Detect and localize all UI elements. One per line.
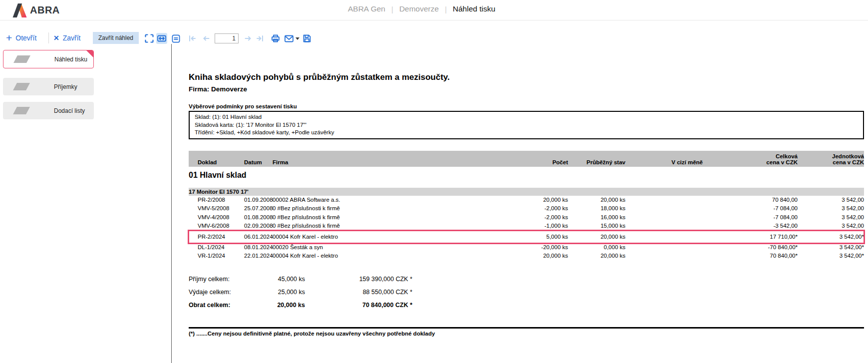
close-preview-button[interactable]: Zavřít náhled bbox=[93, 32, 139, 44]
column-jednotkova-cena: Jednotková cena v CZK bbox=[798, 153, 864, 165]
cell-celkova: 70 840,00 bbox=[703, 196, 798, 205]
first-page-button[interactable] bbox=[187, 33, 198, 44]
cell-jednotkova: 3 542,00* bbox=[798, 252, 864, 261]
previous-page-icon bbox=[202, 34, 211, 43]
breadcrumb-separator: | bbox=[391, 5, 393, 13]
cell-doklad: DL-1/2024 bbox=[189, 243, 244, 252]
table-row: VMV-4/2008 01.08.2008 0 #Bez příslušnost… bbox=[189, 213, 864, 222]
column-jednotkova-line1: Jednotková bbox=[798, 153, 864, 159]
cell-firma: 0 #Bez příslušnosti k firmě bbox=[273, 204, 478, 213]
totals-row-vydaje: Výdaje celkem: 25,000 ks 88 550,000 CZK … bbox=[189, 289, 868, 296]
cell-prubezny-stav: 18,000 ks bbox=[568, 204, 625, 213]
page-number-input[interactable] bbox=[215, 33, 239, 43]
cell-firma: 0 #Bez příslušnosti k firmě bbox=[273, 222, 478, 231]
totals-row-obrat: Obrat celkem: 20,000 ks 70 840,000 CZK * bbox=[189, 302, 868, 309]
save-icon bbox=[302, 33, 312, 43]
send-email-button[interactable] bbox=[284, 33, 294, 44]
totals-qty: 20,000 ks bbox=[249, 302, 305, 309]
plus-icon: + bbox=[6, 33, 12, 42]
cell-pocet: -2,000 ks bbox=[478, 204, 568, 213]
previous-page-button[interactable] bbox=[201, 33, 212, 44]
cell-firma: 00004 Kofr Karel - elektro bbox=[273, 231, 478, 243]
cell-celkova: -7 084,00 bbox=[703, 213, 798, 222]
table-row-highlighted: PR-2/2024 06.01.2024 00004 Kofr Karel - … bbox=[189, 231, 864, 243]
save-button[interactable] bbox=[301, 33, 312, 44]
fit-width-button[interactable] bbox=[156, 33, 167, 44]
abra-logo: ABRA bbox=[12, 3, 60, 17]
close-icon: ✕ bbox=[53, 34, 59, 42]
next-page-button[interactable] bbox=[243, 33, 254, 44]
toolbar-separator bbox=[48, 32, 49, 43]
fullscreen-icon bbox=[144, 33, 154, 43]
next-page-icon bbox=[244, 34, 253, 43]
fit-page-icon bbox=[171, 34, 181, 43]
cell-v-cizi-mene bbox=[625, 213, 703, 222]
column-v-cizi-mene: V cizí měně bbox=[625, 159, 703, 165]
last-page-icon bbox=[256, 34, 265, 43]
cell-celkova: -7 084,00 bbox=[703, 204, 798, 213]
active-tab-corner bbox=[86, 50, 94, 58]
cell-prubezny-stav: 0,000 ks bbox=[568, 243, 625, 252]
cell-v-cizi-mene bbox=[625, 243, 703, 252]
report-title: Kniha skladových pohybů s průběžným zůst… bbox=[189, 72, 868, 82]
open-button[interactable]: + Otevřít bbox=[6, 29, 36, 47]
first-page-icon bbox=[188, 34, 197, 43]
cell-jednotkova: 3 542,00* bbox=[798, 243, 864, 252]
cell-prubezny-stav: 20,000 ks bbox=[568, 231, 625, 243]
logo-text: ABRA bbox=[30, 4, 60, 16]
table-header-row: Doklad Datum Firma Počet Průběžný stav V… bbox=[189, 151, 864, 167]
email-icon bbox=[284, 34, 294, 43]
fullscreen-button[interactable] bbox=[144, 33, 155, 44]
report-sheet-icon bbox=[13, 55, 30, 63]
totals-row-prijmy: Příjmy celkem: 45,000 ks 159 390,000 CZK… bbox=[189, 276, 868, 283]
totals-label: Příjmy celkem: bbox=[189, 276, 249, 283]
close-button-label: Zavřít bbox=[63, 34, 81, 42]
print-button[interactable] bbox=[270, 33, 281, 44]
cell-celkova: 17 710,00* bbox=[703, 231, 798, 243]
column-pocet: Počet bbox=[478, 159, 568, 165]
totals-value: 159 390,000 CZK * bbox=[305, 276, 412, 283]
column-firma: Firma bbox=[273, 159, 478, 165]
cell-prubezny-stav: 20,000 ks bbox=[568, 196, 625, 205]
open-button-label: Otevřít bbox=[15, 34, 36, 42]
column-jednotkova-line2: cena v CZK bbox=[798, 159, 864, 165]
sidebar-item-dodaci-listy[interactable]: Dodací listy bbox=[3, 102, 94, 119]
cell-jednotkova: 3 542,00 bbox=[798, 222, 864, 231]
table-row: PR-2/2008 01.09.2008 00002 ABRA Software… bbox=[189, 196, 864, 205]
column-datum: Datum bbox=[244, 159, 273, 165]
cell-datum: 01.09.2008 bbox=[244, 196, 273, 205]
cell-pocet: 5,000 ks bbox=[478, 231, 568, 243]
cell-jednotkova: 3 542,00 bbox=[798, 213, 864, 222]
company-value: Demoverze bbox=[211, 85, 247, 93]
column-celkova-cena: Celková cena v CZK bbox=[703, 153, 798, 165]
cell-firma: 00004 Kofr Karel - elektro bbox=[273, 252, 478, 261]
cell-celkova: 70 840,00* bbox=[703, 252, 798, 261]
table-row: VMV-5/2008 25.07.2008 0 #Bez příslušnost… bbox=[189, 204, 864, 213]
column-celkova-line1: Celková bbox=[703, 153, 798, 159]
cell-pocet: -20,000 ks bbox=[478, 243, 568, 252]
conditions-box: Sklad: (1): 01 Hlavní sklad Skladová kar… bbox=[189, 111, 864, 139]
stock-card-heading: 17 Monitor El 1570 17' bbox=[189, 188, 864, 196]
cell-pocet: -2,000 ks bbox=[478, 213, 568, 222]
totals-label: Výdaje celkem: bbox=[189, 289, 249, 296]
print-preview-page: Kniha skladových pohybů s průběžným zůst… bbox=[171, 44, 868, 363]
close-button[interactable]: ✕ Zavřít bbox=[53, 29, 81, 47]
breadcrumb-current-page: Náhled tisku bbox=[453, 4, 495, 13]
cell-datum: 06.01.2024 bbox=[244, 231, 273, 243]
sidebar-item-prijemky[interactable]: Příjemky bbox=[3, 78, 94, 95]
cell-doklad: PR-2/2008 bbox=[189, 196, 244, 205]
warehouse-heading: 01 Hlavní sklad bbox=[189, 171, 868, 180]
sidebar-item-nahled-tisku[interactable]: Náhled tisku bbox=[3, 50, 94, 68]
email-dropdown-caret-icon[interactable] bbox=[295, 37, 299, 40]
report-sheet-icon bbox=[13, 107, 30, 114]
cell-v-cizi-mene bbox=[625, 204, 703, 213]
cell-doklad: VMV-4/2008 bbox=[189, 213, 244, 222]
fit-page-button[interactable] bbox=[170, 33, 181, 44]
cell-pocet: 20,000 ks bbox=[478, 252, 568, 261]
breadcrumb-separator: | bbox=[445, 5, 447, 13]
last-page-button[interactable] bbox=[255, 33, 266, 44]
cell-v-cizi-mene bbox=[625, 222, 703, 231]
cell-prubezny-stav: 15,000 ks bbox=[568, 222, 625, 231]
condition-line: Skladová karta: (1): '17 Monitor El 1570… bbox=[195, 121, 858, 129]
totals-value: 88 550,000 CZK * bbox=[305, 289, 412, 296]
